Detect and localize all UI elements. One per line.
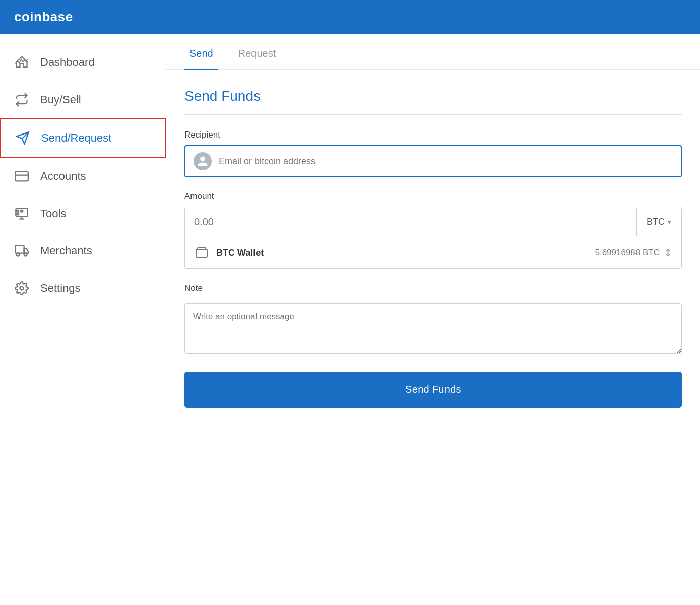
dashboard-icon [14,55,29,70]
recipient-field-container [184,145,682,177]
sidebar-item-label-dashboard: Dashboard [40,56,95,69]
tab-request[interactable]: Request [233,39,281,70]
sidebar-item-buysell[interactable]: Buy/Sell [0,81,166,118]
tabs-bar: Send Request [166,39,700,70]
send-funds-button[interactable]: Send Funds [184,372,682,408]
svg-point-12 [24,253,27,256]
settings-icon [14,281,29,296]
logo: coinbase [14,9,73,24]
wallet-left: BTC Wallet [194,245,264,260]
currency-label: BTC [647,217,665,227]
note-label: Note [184,283,682,293]
recipient-avatar-icon [194,152,212,170]
chevron-down-icon: ▾ [668,218,671,226]
content-area: Send Request Send Funds Recipient Amount [166,34,700,605]
recipient-label: Recipient [184,130,682,140]
wallet-stepper[interactable]: ⇕ [664,247,672,259]
sidebar-item-sendrequest[interactable]: Send/Request [0,118,166,158]
sidebar-item-label-merchants: Merchants [40,244,92,257]
form-title: Send Funds [184,88,682,104]
svg-rect-7 [17,210,19,212]
sidebar: Dashboard Buy/Sell Send/Re [0,34,166,605]
sidebar-item-tools[interactable]: Tools [0,195,166,232]
amount-label: Amount [184,191,682,201]
buysell-icon [14,92,29,107]
svg-rect-14 [196,249,207,257]
sidebar-item-accounts[interactable]: Accounts [0,158,166,195]
amount-input[interactable] [185,207,636,237]
sidebar-item-label-accounts: Accounts [40,170,86,183]
wallet-row: BTC Wallet 5.69916988 BTC ⇕ [185,237,681,268]
sidebar-item-label-settings: Settings [40,282,81,295]
tools-icon [14,206,29,221]
sidebar-item-label-tools: Tools [40,207,66,220]
svg-point-13 [20,287,24,290]
recipient-input[interactable] [219,156,673,167]
send-icon [15,130,30,146]
sidebar-item-settings[interactable]: Settings [0,270,166,307]
divider [184,114,682,115]
wallet-name: BTC Wallet [216,248,264,258]
sidebar-item-dashboard[interactable]: Dashboard [0,44,166,81]
wallet-balance: 5.69916988 BTC ⇕ [595,247,672,259]
sidebar-item-label-sendrequest: Send/Request [41,131,111,145]
main-layout: Dashboard Buy/Sell Send/Re [0,34,700,605]
amount-row: BTC ▾ [185,207,681,237]
note-section: Note [184,283,682,356]
send-form: Send Funds Recipient Amount BTC [166,70,700,426]
currency-selector[interactable]: BTC ▾ [636,208,681,236]
svg-rect-9 [21,210,23,212]
wallet-icon [194,245,209,260]
sidebar-item-label-buysell: Buy/Sell [40,93,81,106]
amount-container: BTC ▾ BTC Wallet [184,207,682,269]
note-textarea[interactable] [184,303,682,354]
accounts-icon [14,169,29,184]
merchants-icon [14,243,29,258]
sidebar-item-merchants[interactable]: Merchants [0,232,166,270]
header: coinbase [0,0,700,34]
svg-rect-2 [15,172,28,181]
svg-rect-8 [17,213,19,215]
svg-rect-10 [15,246,24,253]
wallet-balance-text: 5.69916988 BTC [595,248,660,258]
tab-send[interactable]: Send [184,39,218,70]
svg-point-11 [17,253,20,256]
